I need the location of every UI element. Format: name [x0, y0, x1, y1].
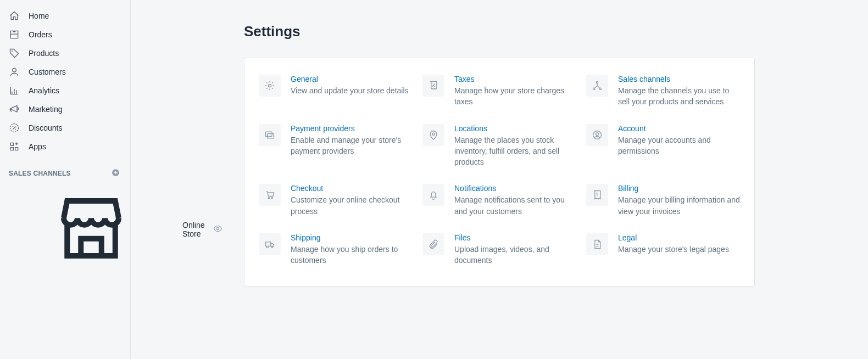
sidebar-item-label: Discounts [29, 124, 62, 132]
account-icon [586, 124, 608, 146]
tile-title: Locations [454, 124, 576, 133]
shipping-icon [259, 233, 281, 255]
home-icon [9, 10, 20, 21]
marketing-icon [9, 104, 20, 115]
tile-title: Files [454, 233, 576, 242]
customers-icon [9, 66, 20, 77]
tile-desc: Manage how your store charges taxes [454, 85, 576, 108]
tile-title: Payment providers [291, 124, 413, 133]
sidebar-item-analytics[interactable]: Analytics [0, 81, 130, 100]
tile-desc: Customize your online checkout process [291, 194, 413, 217]
channels-icon [586, 75, 608, 97]
tile-desc: Manage the channels you use to sell your… [618, 85, 740, 108]
sidebar-item-label: Home [29, 12, 49, 20]
sales-channels-label: SALES CHANNELS [9, 170, 71, 177]
tile-desc: Manage your billing information and view… [618, 194, 740, 217]
tile-payment-providers[interactable]: Payment providers Enable and manage your… [259, 124, 413, 168]
sidebar-item-customers[interactable]: Customers [0, 63, 130, 81]
analytics-icon [9, 85, 20, 96]
sales-channels-header: SALES CHANNELS [0, 156, 130, 183]
tile-title: Account [618, 124, 740, 133]
tile-desc: Upload images, videos, and documents [454, 244, 576, 266]
sidebar-item-orders[interactable]: Orders [0, 25, 130, 44]
page-title: Settings [244, 23, 755, 40]
tile-shipping[interactable]: Shipping Manage how you ship orders to c… [259, 233, 413, 266]
tile-title: General [291, 75, 409, 83]
tile-title: Sales channels [618, 75, 740, 83]
sidebar-item-home[interactable]: Home [0, 7, 130, 25]
tile-desc: Manage the places you stock inventory, f… [454, 134, 576, 168]
orders-icon [9, 29, 20, 40]
sidebar-item-label: Analytics [29, 86, 59, 95]
sidebar-item-label: Apps [29, 142, 46, 151]
payment-icon [259, 124, 281, 146]
sidebar-item-discounts[interactable]: Discounts [0, 119, 130, 137]
add-channel-icon[interactable] [111, 168, 120, 179]
tile-desc: Manage your store's legal pages [618, 244, 729, 255]
billing-icon [586, 184, 608, 206]
sidebar-item-apps[interactable]: Apps [0, 137, 130, 156]
sidebar-item-label: Products [29, 49, 59, 58]
tile-desc: View and update your store details [291, 85, 409, 96]
tile-title: Billing [618, 184, 740, 193]
settings-card: General View and update your store detai… [244, 58, 755, 287]
gear-icon [259, 75, 281, 97]
tile-title: Notifications [454, 184, 576, 193]
tile-desc: Manage notifications sent to you and you… [454, 194, 576, 217]
tile-legal[interactable]: Legal Manage your store's legal pages [586, 233, 740, 266]
sidebar-item-products[interactable]: Products [0, 44, 130, 63]
tile-files[interactable]: Files Upload images, videos, and documen… [422, 233, 576, 266]
sidebar-item-marketing[interactable]: Marketing [0, 100, 130, 119]
checkout-icon [259, 184, 281, 206]
main: Settings General View and update your st… [131, 0, 868, 359]
tile-desc: Enable and manage your store's payment p… [291, 134, 413, 157]
tile-billing[interactable]: Billing Manage your billing information … [586, 184, 740, 217]
tile-desc: Manage your accounts and permissions [618, 134, 740, 157]
tile-account[interactable]: Account Manage your accounts and permiss… [586, 124, 740, 168]
tile-title: Taxes [454, 75, 576, 83]
tile-checkout[interactable]: Checkout Customize your online checkout … [259, 184, 413, 217]
sidebar-item-online-store[interactable]: Online Store [0, 183, 130, 275]
bell-icon [422, 184, 444, 206]
tile-taxes[interactable]: Taxes Manage how your store charges taxe… [422, 75, 576, 108]
location-icon [422, 124, 444, 146]
tile-title: Shipping [291, 233, 413, 242]
sidebar-item-label: Orders [29, 30, 52, 39]
sidebar: Home Orders Products Customers Analytics… [0, 0, 131, 359]
tile-desc: Manage how you ship orders to customers [291, 244, 413, 266]
sidebar-item-label: Marketing [29, 105, 62, 114]
discounts-icon [9, 122, 20, 133]
tile-notifications[interactable]: Notifications Manage notifications sent … [422, 184, 576, 217]
files-icon [422, 233, 444, 255]
tile-general[interactable]: General View and update your store detai… [259, 75, 413, 108]
tile-sales-channels[interactable]: Sales channels Manage the channels you u… [586, 75, 740, 108]
apps-icon [9, 141, 20, 152]
products-icon [9, 48, 20, 59]
tile-locations[interactable]: Locations Manage the places you stock in… [422, 124, 576, 168]
legal-icon [586, 233, 608, 255]
sidebar-item-label: Customers [29, 68, 66, 76]
taxes-icon [422, 75, 444, 97]
tile-title: Legal [618, 233, 729, 242]
tile-title: Checkout [291, 184, 413, 193]
